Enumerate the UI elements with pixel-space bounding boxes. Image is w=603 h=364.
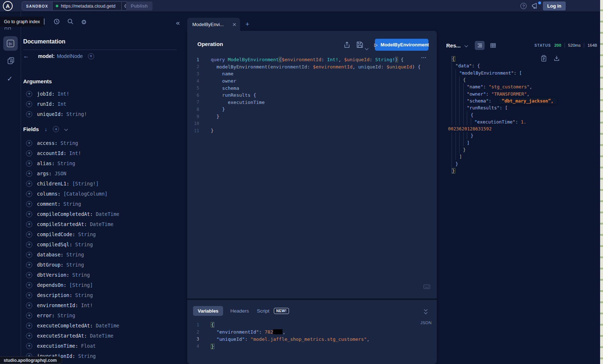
field-type[interactable]: String xyxy=(66,252,84,258)
megaphone-icon[interactable] xyxy=(532,3,539,9)
field-name[interactable]: executeStartedAt: xyxy=(37,333,87,339)
field-name[interactable]: childrenL1: xyxy=(37,181,69,187)
add-field-icon[interactable]: + xyxy=(26,140,32,146)
field-name[interactable]: database: xyxy=(37,252,63,258)
new-tab-button[interactable]: + xyxy=(243,20,251,28)
add-field-icon[interactable]: + xyxy=(26,292,32,298)
help-icon[interactable]: ? xyxy=(520,3,527,9)
field-type[interactable]: String xyxy=(66,262,84,268)
field-name[interactable]: compiledSql: xyxy=(37,242,72,247)
graph-index-icon[interactable] xyxy=(5,28,11,30)
field-name[interactable]: dbtGroup: xyxy=(37,262,63,268)
docs-field-type[interactable]: ModelNode xyxy=(57,53,83,59)
field-type[interactable]: DateTime xyxy=(90,333,113,339)
field-name[interactable]: environmentId: xyxy=(37,302,78,308)
login-button[interactable]: Log in xyxy=(543,1,566,11)
field-name[interactable]: jobId: xyxy=(37,91,55,97)
tab-variables[interactable]: Variables xyxy=(193,306,223,316)
field-type[interactable]: [String!] xyxy=(72,181,99,187)
add-field-icon[interactable]: + xyxy=(26,333,32,339)
add-field-icon[interactable]: + xyxy=(26,231,32,238)
field-name[interactable]: comment: xyxy=(37,201,60,207)
keyboard-icon[interactable] xyxy=(423,284,430,289)
field-name[interactable]: access: xyxy=(37,140,58,146)
field-type[interactable]: Int! xyxy=(58,91,70,97)
response-json[interactable]: {"data": {"modelByEnvironment": [{"name"… xyxy=(448,55,595,174)
field-name[interactable]: runId: xyxy=(37,101,55,107)
field-type[interactable]: [String] xyxy=(69,282,93,288)
endpoint-url-input[interactable]: https://metadata.cloud.getd xyxy=(53,2,121,10)
field-name[interactable]: accountId: xyxy=(37,150,66,156)
add-field-icon[interactable]: + xyxy=(26,272,32,278)
add-field-icon[interactable]: + xyxy=(26,343,32,349)
response-title[interactable]: Res... xyxy=(446,42,461,49)
field-name[interactable]: executeCompletedAt: xyxy=(37,323,93,329)
add-field-icon[interactable]: + xyxy=(26,181,32,187)
double-chevron-icon[interactable] xyxy=(424,308,427,314)
add-field-icon[interactable]: + xyxy=(26,262,32,268)
add-field-icon[interactable]: + xyxy=(26,211,32,217)
response-dropdown-chevron-icon[interactable] xyxy=(465,42,468,48)
field-type[interactable]: Float xyxy=(81,343,96,349)
field-name[interactable]: columns: xyxy=(37,191,60,197)
add-all-fields-icon[interactable]: + xyxy=(53,126,59,132)
add-field-icon[interactable]: + xyxy=(26,191,32,197)
field-name[interactable]: executionTime: xyxy=(37,343,78,349)
field-name[interactable]: args: xyxy=(37,171,52,176)
field-type[interactable]: String xyxy=(78,231,96,237)
sidebar-item-checks[interactable]: ✓ xyxy=(7,75,13,83)
chevron-down-icon[interactable] xyxy=(64,127,68,131)
field-name[interactable]: uniqueId: xyxy=(37,111,63,117)
list-view-toggle[interactable] xyxy=(475,41,485,50)
field-type[interactable]: Int xyxy=(58,101,66,107)
field-name[interactable]: compileStartedAt: xyxy=(37,221,87,227)
run-operation-button[interactable]: ▷ ModelByEnvironment xyxy=(375,39,428,51)
add-field-icon[interactable]: + xyxy=(26,221,32,227)
field-type[interactable]: String xyxy=(78,353,96,359)
operation-tab[interactable]: ModelByEnvi... ✕ xyxy=(187,18,240,31)
field-name[interactable]: compileCompletedAt: xyxy=(37,211,93,217)
field-type[interactable]: String xyxy=(72,272,90,278)
field-type[interactable]: [CatalogColumn] xyxy=(63,191,108,197)
close-icon[interactable]: ✕ xyxy=(232,22,236,28)
field-type[interactable]: String xyxy=(58,313,75,318)
sort-down-icon[interactable]: ↓ xyxy=(45,126,47,132)
apollo-logo[interactable]: A xyxy=(3,1,13,11)
sidebar-item-schema[interactable] xyxy=(8,57,14,64)
field-name[interactable]: error: xyxy=(37,313,55,318)
add-field-icon[interactable]: + xyxy=(26,111,32,117)
field-name[interactable]: description: xyxy=(37,292,72,298)
variables-editor[interactable]: 1{2 "environmentId": 782,3 "uniqueId": "… xyxy=(187,317,437,350)
field-name[interactable]: compiledCode: xyxy=(37,231,75,237)
add-field-icon[interactable]: + xyxy=(26,171,32,177)
field-type[interactable]: String! xyxy=(66,111,87,117)
add-field-icon[interactable]: + xyxy=(26,150,32,156)
sidebar-item-explorer[interactable]: ▷ xyxy=(3,36,18,51)
graphql-editor[interactable]: 1query ModelByEnvironment($environmentId… xyxy=(187,53,437,298)
add-field-icon[interactable]: + xyxy=(26,91,32,97)
back-arrow-icon[interactable]: ← xyxy=(23,53,35,59)
field-name[interactable]: dependsOn: xyxy=(37,282,66,288)
field-type[interactable]: Int! xyxy=(69,150,81,156)
add-circle-icon[interactable]: + xyxy=(88,53,94,59)
table-view-toggle[interactable] xyxy=(488,41,498,50)
add-field-icon[interactable]: + xyxy=(26,313,32,319)
more-dots-icon[interactable]: ⋯ xyxy=(421,54,427,61)
field-type[interactable]: String xyxy=(75,292,93,298)
field-type[interactable]: String xyxy=(75,242,93,247)
field-type[interactable]: String xyxy=(58,160,75,166)
field-name[interactable]: dbtVersion: xyxy=(37,272,69,278)
tab-headers[interactable]: Headers xyxy=(230,306,250,316)
field-type[interactable]: DateTime xyxy=(96,211,119,217)
add-field-icon[interactable]: + xyxy=(26,101,32,107)
field-type[interactable]: Int! xyxy=(81,302,93,308)
tab-script[interactable]: Script xyxy=(256,306,270,316)
add-field-icon[interactable]: + xyxy=(26,201,32,207)
field-type[interactable]: JSON xyxy=(55,171,67,176)
add-field-icon[interactable]: + xyxy=(26,242,32,248)
share-icon[interactable] xyxy=(344,42,350,48)
add-field-icon[interactable]: + xyxy=(26,252,32,258)
save-icon[interactable] xyxy=(357,42,363,48)
field-type[interactable]: String xyxy=(60,140,78,146)
field-type[interactable]: DateTime xyxy=(90,221,113,227)
